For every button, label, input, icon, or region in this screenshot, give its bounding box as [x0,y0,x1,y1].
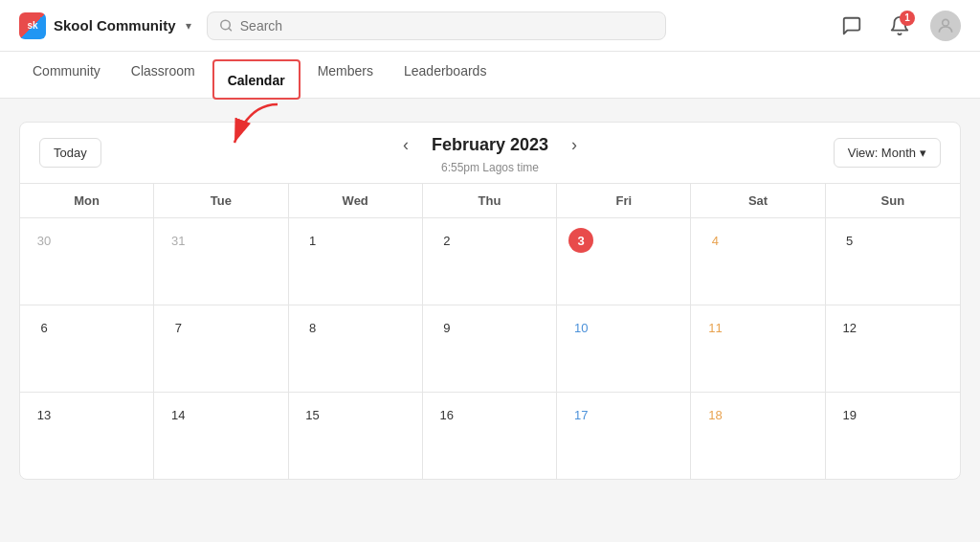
table-row[interactable]: 19 [826,393,960,479]
table-row[interactable]: 9 [423,305,557,392]
table-row[interactable]: 3 [557,218,691,305]
header-sun: Sun [826,184,960,217]
svg-point-2 [943,19,949,26]
table-row[interactable]: 6 [20,305,154,392]
table-row[interactable]: 14 [154,393,288,479]
table-row[interactable]: 8 [289,305,423,392]
avatar[interactable] [930,11,961,41]
table-row[interactable]: 13 [20,393,154,479]
prev-month-button[interactable]: ‹ [395,131,416,159]
today-button[interactable]: Today [39,138,101,168]
header-wed: Wed [289,184,423,217]
day-9: 9 [434,315,459,340]
day-15: 15 [301,402,325,427]
header-tue: Tue [154,184,288,217]
calendar-container: Today ‹ February 2023 › 6:55pm Lagos tim… [19,122,961,480]
calendar-week-1: 30 31 1 2 3 4 5 [20,218,960,305]
table-row[interactable]: 12 [826,305,960,392]
chevron-down-icon: ▾ [186,19,191,33]
table-row[interactable]: 17 [557,393,691,479]
calendar-nav: ‹ February 2023 › 6:55pm Lagos time [395,131,585,174]
header: sk Skool Community ▾ 1 [0,0,980,52]
logo-area[interactable]: sk Skool Community ▾ [19,12,191,39]
day-7: 7 [166,315,190,340]
notification-badge: 1 [900,11,915,26]
calendar-week-2: 6 7 8 9 10 11 12 [20,305,960,393]
table-row[interactable]: 5 [826,218,960,305]
table-row[interactable]: 15 [289,393,423,479]
table-row[interactable]: 31 [154,218,288,305]
nav-item-calendar[interactable]: Calendar [212,59,301,100]
search-icon [219,18,233,33]
table-row[interactable]: 18 [691,393,825,479]
day-5: 5 [837,228,862,253]
day-10: 10 [568,315,593,340]
day-18: 18 [702,402,727,427]
header-sat: Sat [691,184,825,217]
next-month-button[interactable]: › [564,131,585,159]
nav-item-classroom[interactable]: Classroom [118,52,209,98]
navigation: Community Classroom Calendar Members Lea… [0,52,980,99]
user-icon [936,16,955,35]
calendar-month-title: February 2023 [432,135,548,155]
table-row[interactable]: 30 [20,218,154,305]
day-16: 16 [434,402,459,427]
chat-icon [841,15,862,36]
day-8: 8 [301,315,325,340]
day-14: 14 [166,402,190,427]
nav-item-members[interactable]: Members [304,52,387,98]
search-bar[interactable] [207,11,666,40]
day-31: 31 [166,228,190,253]
calendar-timezone: 6:55pm Lagos time [441,161,539,174]
sk-logo-icon: sk [19,12,46,39]
search-input[interactable] [240,18,654,34]
main-content: Today ‹ February 2023 › 6:55pm Lagos tim… [0,99,980,537]
day-30: 30 [32,228,56,253]
site-name: Skool Community [54,17,176,34]
header-mon: Mon [20,184,154,217]
calendar-days-header: Mon Tue Wed Thu Fri Sat Sun [20,184,960,218]
day-17: 17 [568,402,593,427]
view-selector-button[interactable]: View: Month ▾ [834,138,941,168]
day-12: 12 [837,315,862,340]
calendar-grid: Mon Tue Wed Thu Fri Sat Sun 30 31 1 2 3 … [20,184,960,479]
calendar-week-3: 13 14 15 16 17 18 19 [20,393,960,479]
svg-line-1 [228,28,231,31]
nav-item-leaderboards[interactable]: Leaderboards [390,52,500,98]
day-3-today: 3 [568,228,593,253]
day-19: 19 [837,402,862,427]
day-13: 13 [32,402,56,427]
day-6: 6 [32,315,56,340]
table-row[interactable]: 11 [691,305,825,392]
header-actions: 1 [835,9,961,43]
table-row[interactable]: 2 [423,218,557,305]
header-fri: Fri [557,184,691,217]
calendar-toolbar: Today ‹ February 2023 › 6:55pm Lagos tim… [20,123,960,184]
day-11: 11 [702,315,727,340]
table-row[interactable]: 4 [691,218,825,305]
messages-button[interactable] [835,9,869,43]
nav-item-community[interactable]: Community [19,52,114,98]
day-4: 4 [702,228,727,253]
table-row[interactable]: 16 [423,393,557,479]
table-row[interactable]: 10 [557,305,691,392]
header-thu: Thu [423,184,557,217]
day-1: 1 [301,228,325,253]
table-row[interactable]: 1 [289,218,423,305]
chevron-down-icon: ▾ [920,146,926,160]
notifications-button[interactable]: 1 [882,9,917,43]
day-2: 2 [434,228,459,253]
table-row[interactable]: 7 [154,305,288,392]
